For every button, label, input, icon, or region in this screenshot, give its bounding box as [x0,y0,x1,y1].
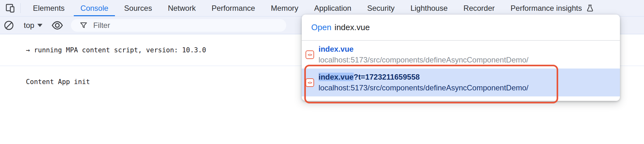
console-message-text: → running MPA content script, version: 1… [26,46,206,54]
console-message-text: Content App init [26,78,90,86]
quick-open-prefix: Open [311,23,331,32]
tab-console[interactable]: Console [73,0,116,16]
javascript-context-selector[interactable]: top [18,16,48,34]
vue-file-icon: <> [306,50,314,59]
result-text: index.vue?t=1723211659558 localhost:5173… [319,72,528,93]
console-filter-box[interactable] [71,19,286,32]
eye-icon [51,19,64,32]
result-title: index.vue?t=1723211659558 [319,72,528,82]
result-title: index.vue [319,44,528,54]
quick-open-dialog: Open index.vue <> index.vue localhost:51… [302,15,620,101]
quick-open-result[interactable]: <> index.vue localhost:5173/src/componen… [302,41,620,69]
toggle-device-toolbar-button[interactable] [0,0,20,16]
tab-memory[interactable]: Memory [263,0,306,16]
clear-console-button[interactable] [0,16,18,34]
flask-icon [586,4,594,12]
tab-performance-insights[interactable]: Performance insights [503,0,602,16]
toggle-device-toolbar-icon [5,3,16,14]
tabbar-divider [20,3,21,13]
result-title-rest: ?t=1723211659558 [354,73,420,81]
vue-file-icon: <> [306,78,314,87]
tab-elements[interactable]: Elements [25,0,73,16]
match-highlight: index.vue [319,73,354,81]
tab-performance-insights-label: Performance insights [511,4,582,13]
devtools-tab-bar: Elements Console Sources Network Perform… [0,0,644,16]
live-expression-button[interactable] [48,16,66,34]
tab-strip: Elements Console Sources Network Perform… [25,0,602,16]
tab-lighthouse[interactable]: Lighthouse [402,0,455,16]
result-text: index.vue localhost:5173/src/components/… [319,44,528,65]
chevron-down-icon [37,24,42,27]
tab-recorder[interactable]: Recorder [456,0,503,16]
quick-open-result-selected[interactable]: <> index.vue?t=1723211659558 localhost:5… [302,69,620,96]
tab-performance[interactable]: Performance [204,0,263,16]
result-url: localhost:5173/src/components/defineAsyn… [319,83,528,93]
tab-sources[interactable]: Sources [116,0,160,16]
filter-input[interactable] [93,21,283,30]
quick-open-query: index.vue [335,23,370,32]
quick-open-results: <> index.vue localhost:5173/src/componen… [302,41,620,96]
tab-network[interactable]: Network [160,0,204,16]
quick-open-header: Open index.vue [302,15,620,41]
context-selector-value: top [24,21,34,30]
tab-application[interactable]: Application [306,0,359,16]
tab-security[interactable]: Security [359,0,403,16]
result-url: localhost:5173/src/components/defineAsyn… [319,55,528,65]
funnel-filter-icon [79,21,88,30]
block-clear-icon [3,20,15,31]
devtools-window: Elements Console Sources Network Perform… [0,0,644,144]
